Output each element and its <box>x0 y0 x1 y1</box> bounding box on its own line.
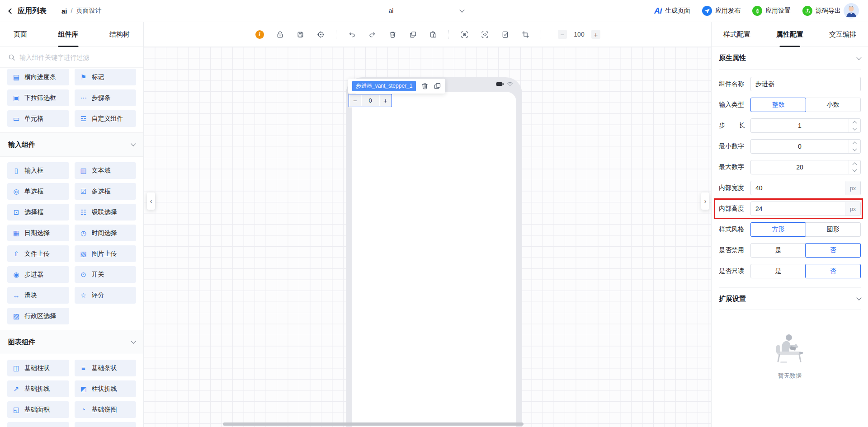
disabled-option[interactable]: 否 <box>805 243 861 258</box>
spinner-arrows[interactable] <box>849 119 860 132</box>
stepper-value[interactable]: 0 <box>362 95 379 106</box>
copy-component-icon[interactable] <box>433 82 441 90</box>
component-item[interactable]: ◕玫瑰图 <box>7 422 69 427</box>
code-scan-icon[interactable] <box>480 29 490 39</box>
ext-settings-section-header[interactable]: 扩展设置 <box>719 287 861 310</box>
topbar-action-publish[interactable]: 应用发布 <box>702 6 741 16</box>
doc-check-icon[interactable] <box>500 29 510 39</box>
tab-pages[interactable]: 页面 <box>14 22 27 47</box>
tab-component-library[interactable]: 组件库 <box>58 22 79 47</box>
component-item[interactable]: ◎单选框 <box>7 183 69 200</box>
tab-interaction-config[interactable]: 交互编排 <box>829 22 856 47</box>
topbar-action-export[interactable]: 源码导出 <box>802 6 841 16</box>
redo-icon[interactable] <box>367 29 377 39</box>
spinner-down-icon[interactable] <box>853 126 857 131</box>
collapse-left-panel-handle[interactable]: ‹ <box>147 192 155 210</box>
component-name-input[interactable]: 步进器 <box>750 77 861 91</box>
component-item[interactable]: ☑多选框 <box>75 183 137 200</box>
unlock-icon[interactable] <box>275 29 285 39</box>
native-props-section-header[interactable]: 原生属性 <box>719 47 861 70</box>
component-item[interactable]: ▦日期选择 <box>7 225 69 241</box>
info-icon[interactable]: i <box>255 29 264 39</box>
component-item[interactable]: ▤横向进度条 <box>7 69 69 85</box>
tab-structure-tree[interactable]: 结构树 <box>109 22 130 47</box>
paste-icon[interactable] <box>428 29 438 39</box>
component-item-label: 评分 <box>92 291 104 300</box>
spinner-up-icon[interactable] <box>853 121 857 126</box>
section-header[interactable]: 输入组件 <box>0 132 143 157</box>
max-number-input[interactable]: 20 <box>750 160 861 174</box>
preview-scan-icon[interactable] <box>459 29 469 39</box>
component-item[interactable]: ↗基础折线 <box>7 380 69 397</box>
frame-icon[interactable] <box>520 29 530 39</box>
zoom-out-button[interactable]: − <box>558 30 567 39</box>
component-item[interactable]: ▥文本域 <box>75 162 137 179</box>
section-header[interactable]: 图表组件 <box>0 330 143 354</box>
component-item[interactable]: ▨行政区选择 <box>7 308 69 324</box>
component-item[interactable]: ◔基础饼图 <box>75 401 137 418</box>
component-item[interactable]: ☷级联选择 <box>75 204 137 221</box>
spinner-up-icon[interactable] <box>853 142 857 146</box>
component-item[interactable]: ◩柱状折线 <box>75 380 137 397</box>
phone-screen[interactable] <box>352 92 516 427</box>
component-item[interactable]: ☲自定义组件 <box>75 110 137 127</box>
inner-height-input[interactable]: 24px <box>750 202 861 216</box>
component-item[interactable]: ▭单元格 <box>7 110 69 127</box>
tab-style-config[interactable]: 样式配置 <box>723 22 750 47</box>
trash-icon[interactable] <box>387 29 397 39</box>
component-item[interactable]: ◷时间选择 <box>75 225 137 241</box>
readonly-option[interactable]: 否 <box>805 264 861 278</box>
search-input[interactable] <box>19 54 135 61</box>
canvas-body[interactable]: 步进器_vant_stepper_1 − 0 + ‹ › <box>144 47 711 427</box>
component-item[interactable]: ◱基础面积 <box>7 401 69 418</box>
component-item[interactable]: ↔滑块 <box>7 287 69 304</box>
app-select-dropdown[interactable]: ai <box>316 0 466 22</box>
style-shape-option[interactable]: 圆形 <box>806 223 860 236</box>
component-item[interactable]: ⋯步骤条 <box>75 89 137 106</box>
component-item[interactable]: ▣下拉筛选框 <box>7 89 69 106</box>
topbar-action-ai-logo[interactable]: Ai生成页面 <box>654 6 690 16</box>
horizontal-scrollbar[interactable] <box>223 422 524 426</box>
component-item[interactable]: ◫基础柱状 <box>7 360 69 376</box>
topbar-action-settings[interactable]: 应用设置 <box>752 6 791 16</box>
back-icon[interactable] <box>8 8 14 14</box>
disabled-option[interactable]: 是 <box>751 244 806 257</box>
avatar[interactable] <box>844 3 859 19</box>
undo-icon[interactable] <box>347 29 357 39</box>
component-item[interactable]: ⊡选择框 <box>7 204 69 221</box>
component-item[interactable]: ☆评分 <box>75 287 137 304</box>
stepper-component[interactable]: − 0 + <box>349 94 392 107</box>
stepper-minus-button[interactable]: − <box>349 95 361 106</box>
spinner-up-icon[interactable] <box>853 163 857 167</box>
component-item[interactable]: ▯输入框 <box>7 162 69 179</box>
target-icon[interactable] <box>316 29 326 39</box>
component-item[interactable]: ⊙开关 <box>75 266 137 283</box>
spinner-arrows[interactable] <box>849 140 860 153</box>
component-item[interactable]: ⇧文件上传 <box>7 245 69 262</box>
zoom-in-button[interactable]: + <box>591 30 600 39</box>
stepper-plus-button[interactable]: + <box>380 95 391 106</box>
component-item-label: 单元格 <box>24 115 43 123</box>
spinner-arrows[interactable] <box>849 160 860 174</box>
input-type-option[interactable]: 整数 <box>750 98 806 112</box>
tab-property-config[interactable]: 属性配置 <box>776 22 803 47</box>
save-icon[interactable] <box>295 29 305 39</box>
component-item[interactable]: ◇雷达图 <box>75 422 137 427</box>
spinner-down-icon[interactable] <box>853 147 857 151</box>
min-number-input[interactable]: 0 <box>750 139 861 154</box>
component-item[interactable]: ◉步进器 <box>7 266 69 283</box>
component-item[interactable]: ≡基础条状 <box>75 360 137 376</box>
step-length-input[interactable]: 1 <box>750 118 861 133</box>
style-shape-option[interactable]: 方形 <box>750 222 806 237</box>
input-type-option[interactable]: 小数 <box>806 98 860 112</box>
component-item[interactable]: ▧图片上传 <box>75 245 137 262</box>
back-button[interactable]: 应用列表 <box>18 6 47 16</box>
delete-component-icon[interactable] <box>420 82 429 90</box>
inner-width-input[interactable]: 40px <box>750 181 861 195</box>
component-item[interactable]: ⚑标记 <box>75 69 137 85</box>
collapse-right-panel-handle[interactable]: › <box>701 192 709 210</box>
copy-icon[interactable] <box>408 29 418 39</box>
spinner-down-icon[interactable] <box>853 168 857 172</box>
textarea-icon: ▥ <box>79 167 89 174</box>
readonly-option[interactable]: 是 <box>751 264 806 278</box>
